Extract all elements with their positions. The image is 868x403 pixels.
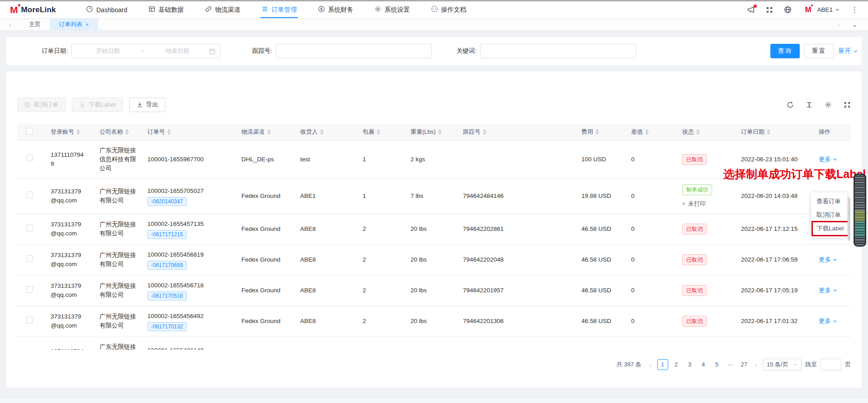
pagination-page-4[interactable]: 4 xyxy=(698,359,709,370)
dropdown-item-1[interactable]: 取消订单 xyxy=(811,208,847,222)
reset-button[interactable]: 重置 xyxy=(804,44,834,58)
more-actions-link[interactable]: 更多 xyxy=(819,255,837,264)
dropdown-item-0[interactable]: 查看订单 xyxy=(811,195,847,208)
gear-icon[interactable] xyxy=(825,101,832,108)
horizontal-scrollbar[interactable] xyxy=(0,398,868,403)
pagination-page-2[interactable]: 2 xyxy=(671,359,682,370)
pagination-prev-icon[interactable]: ‹ xyxy=(648,361,654,369)
row-checkbox[interactable] xyxy=(26,255,33,262)
column-header-10[interactable]: 状态 xyxy=(679,124,738,140)
search-button[interactable]: 查询 xyxy=(770,44,800,58)
column-header-7[interactable]: 跟踪号 xyxy=(460,124,579,140)
cell-order-date: 2022-06-17 17:01:32 xyxy=(738,306,816,337)
column-header-11[interactable]: 订单日期 xyxy=(738,124,816,140)
nav-item-0[interactable]: Dashboard xyxy=(85,1,128,18)
column-header-5[interactable]: 包裹 xyxy=(360,124,408,140)
more-actions-link[interactable]: 更多 xyxy=(819,286,837,295)
column-header-1[interactable]: 公司名称 xyxy=(97,124,145,140)
user-name-label: ABE1 xyxy=(817,6,833,13)
row-checkbox[interactable] xyxy=(26,286,33,293)
cell-order-date: 2022-06-20 14:03:48 xyxy=(738,178,816,214)
page-size-select[interactable]: 15 条/页 xyxy=(763,359,802,370)
sort-icon[interactable] xyxy=(696,129,700,135)
sort-icon[interactable] xyxy=(645,129,649,135)
nav-item-1[interactable]: 基础数据 xyxy=(147,1,185,18)
announcement-icon[interactable] xyxy=(747,6,755,14)
cancel-order-button[interactable]: 取消订单 xyxy=(17,98,66,112)
date-range-input[interactable]: 开始日期 ~ 结束日期 xyxy=(71,44,221,58)
tab-order-list[interactable]: 订单列表 × xyxy=(50,19,98,30)
sort-icon[interactable] xyxy=(377,129,380,135)
tabs-menu-icon[interactable]: ⌄ xyxy=(852,21,857,28)
tab-order-list-label: 订单列表 xyxy=(59,20,82,28)
column-header-9[interactable]: 差值 xyxy=(628,124,679,140)
export-button[interactable]: 导出 xyxy=(129,98,165,112)
refresh-icon[interactable] xyxy=(787,101,794,108)
sort-icon[interactable] xyxy=(483,129,486,135)
nav-item-4[interactable]: 系统财务 xyxy=(317,1,354,18)
cancel-order-label: 取消订单 xyxy=(34,101,58,109)
column-header-3[interactable]: 物流渠道 xyxy=(239,124,297,140)
row-checkbox[interactable] xyxy=(26,192,33,198)
cell-order: 100002-1655456819 -0617170659 xyxy=(145,244,239,275)
more-label: 更多 xyxy=(819,286,831,295)
more-actions-link[interactable]: 更多 xyxy=(819,317,837,326)
nav-item-3[interactable]: 订单管理 xyxy=(260,1,298,18)
sort-icon[interactable] xyxy=(595,129,599,135)
tab-home[interactable]: 主页 xyxy=(20,19,50,30)
sort-icon[interactable] xyxy=(320,129,324,135)
pagination-next-icon[interactable]: › xyxy=(753,361,759,369)
nav-item-5[interactable]: 系统设置 xyxy=(373,1,411,18)
kebab-menu-icon[interactable]: ⋮ xyxy=(851,6,858,14)
nav-item-2[interactable]: 物流渠道 xyxy=(204,1,241,18)
tabs-scroll-right-icon[interactable]: › xyxy=(838,21,840,28)
pagination-page-27[interactable]: 27 xyxy=(739,359,750,370)
cell-weight: 20 lbs xyxy=(408,214,460,244)
row-checkbox[interactable] xyxy=(26,225,33,231)
tab-home-label: 主页 xyxy=(29,20,41,28)
fullscreen-icon[interactable] xyxy=(766,6,773,14)
table-header-row: 登录账号公司名称订单号物流渠道收货人包裹重量(Lbs)跟踪号费用差值状态订单日期… xyxy=(17,124,851,140)
keyword-input[interactable] xyxy=(480,44,636,58)
page-scrollbar-thumb[interactable] xyxy=(854,173,866,247)
sort-icon[interactable] xyxy=(267,129,271,135)
row-checkbox[interactable] xyxy=(26,155,33,161)
sort-icon[interactable] xyxy=(167,129,171,135)
tab-close-icon[interactable]: × xyxy=(85,22,89,28)
row-checkbox[interactable] xyxy=(26,317,33,323)
column-header-2[interactable]: 订单号 xyxy=(145,124,239,140)
column-header-0[interactable]: 登录账号 xyxy=(48,124,97,140)
more-actions-link[interactable]: 更多 xyxy=(819,155,837,164)
dropdown-scrollbar[interactable] xyxy=(848,197,850,241)
tracking-input[interactable] xyxy=(276,44,432,58)
brand-logo[interactable]: M MoreLink xyxy=(10,5,77,14)
cell-status: 已取消 xyxy=(679,244,738,275)
cell-consignee: ABE8 xyxy=(297,306,360,337)
sort-icon[interactable] xyxy=(767,129,770,135)
cell-weight: 337 lbs xyxy=(408,337,460,350)
user-menu[interactable]: M ABE1 xyxy=(802,5,840,15)
column-header-6[interactable]: 重量(Lbs) xyxy=(408,124,460,140)
jump-to-input[interactable] xyxy=(821,359,841,370)
sort-icon[interactable] xyxy=(125,129,129,135)
globe-icon[interactable] xyxy=(784,6,792,14)
pagination-page-5[interactable]: 5 xyxy=(712,359,722,370)
pagination-page-1[interactable]: 1 xyxy=(657,359,668,370)
fullscreen-icon[interactable] xyxy=(844,101,851,108)
column-height-icon[interactable] xyxy=(806,101,813,108)
expand-button[interactable]: 展开 xyxy=(838,47,858,55)
cell-account: 373131379@qq.com xyxy=(48,178,97,214)
topnav-right: M ABE1 ⋮ xyxy=(747,5,858,15)
tabs-scroll-left-icon[interactable]: ‹ xyxy=(0,19,20,30)
column-header-8[interactable]: 费用 xyxy=(579,124,628,140)
cell-order-date: 2022-06-17 17:05:19 xyxy=(738,275,816,306)
jump-to-label: 跳至 xyxy=(805,361,817,369)
pagination-page-3[interactable]: 3 xyxy=(684,359,695,370)
download-label-button[interactable]: 下载Label xyxy=(72,98,123,112)
column-header-4[interactable]: 收货人 xyxy=(297,124,360,140)
sort-icon[interactable] xyxy=(438,129,442,135)
select-all-checkbox[interactable] xyxy=(26,128,33,135)
dropdown-item-2[interactable]: 下载Label xyxy=(811,222,847,235)
nav-item-6[interactable]: 操作文档 xyxy=(430,1,467,18)
sort-icon[interactable] xyxy=(76,129,80,135)
